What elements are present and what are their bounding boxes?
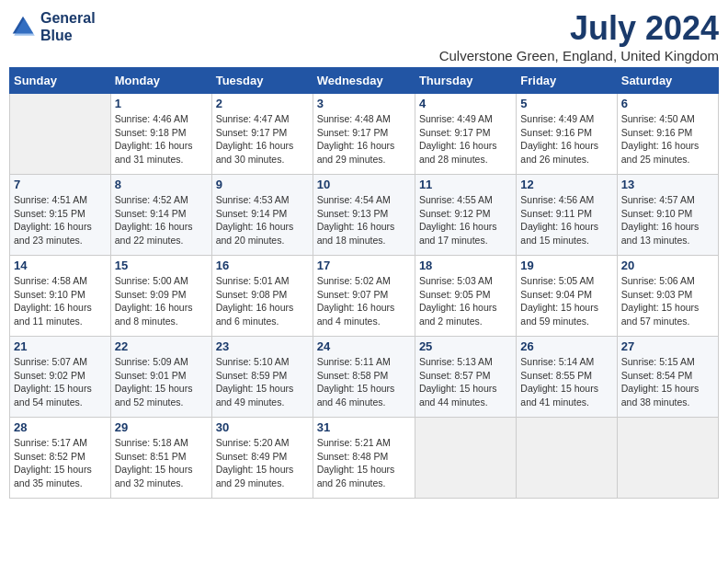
day-number: 10 (317, 178, 411, 191)
day-cell: 13Sunrise: 4:57 AMSunset: 9:10 PMDayligh… (617, 175, 718, 256)
day-cell: 5Sunrise: 4:49 AMSunset: 9:16 PMDaylight… (517, 94, 617, 175)
page-header: General Blue July 2024 Culverstone Green… (9, 9, 719, 63)
day-cell: 28Sunrise: 5:17 AMSunset: 8:52 PMDayligh… (10, 418, 111, 499)
day-info: Sunrise: 4:49 AMSunset: 9:16 PMDaylight:… (520, 112, 612, 167)
day-info: Sunrise: 4:52 AMSunset: 9:14 PMDaylight:… (115, 193, 208, 247)
day-cell: 10Sunrise: 4:54 AMSunset: 9:13 PMDayligh… (313, 175, 415, 256)
day-cell: 16Sunrise: 5:01 AMSunset: 9:08 PMDayligh… (211, 256, 313, 337)
day-number: 7 (14, 178, 107, 191)
day-cell: 26Sunrise: 5:14 AMSunset: 8:55 PMDayligh… (517, 337, 617, 418)
day-info: Sunrise: 5:09 AMSunset: 9:01 PMDaylight:… (115, 355, 208, 409)
day-number: 11 (419, 178, 512, 191)
day-info: Sunrise: 4:49 AMSunset: 9:17 PMDaylight:… (419, 112, 512, 167)
day-cell: 4Sunrise: 4:49 AMSunset: 9:17 PMDaylight… (415, 94, 516, 175)
day-info: Sunrise: 5:13 AMSunset: 8:57 PMDaylight:… (419, 355, 512, 409)
logo: General Blue (9, 9, 96, 44)
day-cell: 27Sunrise: 5:15 AMSunset: 8:54 PMDayligh… (617, 337, 718, 418)
day-number: 20 (621, 259, 714, 272)
calendar-table: SundayMondayTuesdayWednesdayThursdayFrid… (9, 67, 719, 499)
day-number: 29 (115, 420, 208, 434)
logo-text: General Blue (40, 9, 96, 44)
day-cell: 29Sunrise: 5:18 AMSunset: 8:51 PMDayligh… (110, 418, 211, 499)
day-cell: 14Sunrise: 4:58 AMSunset: 9:10 PMDayligh… (10, 256, 111, 337)
day-info: Sunrise: 5:21 AMSunset: 8:48 PMDaylight:… (317, 436, 411, 490)
day-number: 8 (115, 178, 208, 191)
day-cell: 3Sunrise: 4:48 AMSunset: 9:17 PMDaylight… (313, 94, 415, 175)
day-info: Sunrise: 5:05 AMSunset: 9:04 PMDaylight:… (520, 274, 612, 328)
day-info: Sunrise: 4:46 AMSunset: 9:18 PMDaylight:… (115, 112, 208, 167)
day-cell: 23Sunrise: 5:10 AMSunset: 8:59 PMDayligh… (211, 337, 313, 418)
day-cell: 6Sunrise: 4:50 AMSunset: 9:16 PMDaylight… (617, 94, 718, 175)
day-info: Sunrise: 5:17 AMSunset: 8:52 PMDaylight:… (14, 436, 107, 490)
day-number: 9 (216, 178, 309, 191)
day-number: 25 (419, 339, 512, 353)
day-cell: 1Sunrise: 4:46 AMSunset: 9:18 PMDaylight… (110, 94, 211, 175)
day-number: 16 (216, 259, 309, 272)
day-cell: 20Sunrise: 5:06 AMSunset: 9:03 PMDayligh… (617, 256, 718, 337)
column-header-saturday: Saturday (617, 68, 718, 94)
day-number: 23 (216, 339, 309, 353)
day-cell (415, 418, 516, 499)
column-header-tuesday: Tuesday (211, 68, 313, 94)
day-info: Sunrise: 4:50 AMSunset: 9:16 PMDaylight:… (621, 112, 714, 167)
day-cell: 17Sunrise: 5:02 AMSunset: 9:07 PMDayligh… (313, 256, 415, 337)
week-row-4: 21Sunrise: 5:07 AMSunset: 9:02 PMDayligh… (10, 337, 719, 418)
day-number: 17 (317, 259, 411, 272)
week-row-5: 28Sunrise: 5:17 AMSunset: 8:52 PMDayligh… (10, 418, 719, 499)
day-number: 12 (520, 178, 612, 191)
day-number: 14 (14, 259, 107, 272)
day-number: 3 (317, 97, 411, 110)
day-info: Sunrise: 5:14 AMSunset: 8:55 PMDaylight:… (520, 355, 612, 409)
day-number: 4 (419, 97, 512, 110)
column-header-sunday: Sunday (10, 68, 111, 94)
day-number: 28 (14, 420, 107, 434)
day-cell (617, 418, 718, 499)
day-cell: 7Sunrise: 4:51 AMSunset: 9:15 PMDaylight… (10, 175, 111, 256)
day-cell: 18Sunrise: 5:03 AMSunset: 9:05 PMDayligh… (415, 256, 516, 337)
day-number: 2 (216, 97, 309, 110)
column-header-friday: Friday (517, 68, 617, 94)
day-info: Sunrise: 5:06 AMSunset: 9:03 PMDaylight:… (621, 274, 714, 328)
day-number: 6 (621, 97, 714, 110)
day-cell: 8Sunrise: 4:52 AMSunset: 9:14 PMDaylight… (110, 175, 211, 256)
day-info: Sunrise: 4:51 AMSunset: 9:15 PMDaylight:… (14, 193, 107, 247)
day-number: 27 (621, 339, 714, 353)
day-cell: 25Sunrise: 5:13 AMSunset: 8:57 PMDayligh… (415, 337, 516, 418)
column-header-wednesday: Wednesday (313, 68, 415, 94)
day-info: Sunrise: 5:00 AMSunset: 9:09 PMDaylight:… (115, 274, 208, 328)
day-info: Sunrise: 4:58 AMSunset: 9:10 PMDaylight:… (14, 274, 107, 328)
location-title: Culverstone Green, England, United Kingd… (439, 48, 719, 63)
day-number: 1 (115, 97, 208, 110)
day-info: Sunrise: 4:57 AMSunset: 9:10 PMDaylight:… (621, 193, 714, 247)
day-cell: 15Sunrise: 5:00 AMSunset: 9:09 PMDayligh… (110, 256, 211, 337)
day-cell: 21Sunrise: 5:07 AMSunset: 9:02 PMDayligh… (10, 337, 111, 418)
day-number: 21 (14, 339, 107, 353)
day-info: Sunrise: 5:20 AMSunset: 8:49 PMDaylight:… (216, 436, 309, 490)
day-info: Sunrise: 4:54 AMSunset: 9:13 PMDaylight:… (317, 193, 411, 247)
day-number: 24 (317, 339, 411, 353)
day-info: Sunrise: 5:03 AMSunset: 9:05 PMDaylight:… (419, 274, 512, 328)
logo-icon (9, 13, 37, 40)
day-cell: 31Sunrise: 5:21 AMSunset: 8:48 PMDayligh… (313, 418, 415, 499)
day-number: 31 (317, 420, 411, 434)
day-info: Sunrise: 4:48 AMSunset: 9:17 PMDaylight:… (317, 112, 411, 167)
day-number: 15 (115, 259, 208, 272)
day-info: Sunrise: 5:15 AMSunset: 8:54 PMDaylight:… (621, 355, 714, 409)
day-number: 13 (621, 178, 714, 191)
day-cell: 19Sunrise: 5:05 AMSunset: 9:04 PMDayligh… (517, 256, 617, 337)
header-row: SundayMondayTuesdayWednesdayThursdayFrid… (10, 68, 719, 94)
day-cell: 12Sunrise: 4:56 AMSunset: 9:11 PMDayligh… (517, 175, 617, 256)
day-info: Sunrise: 4:47 AMSunset: 9:17 PMDaylight:… (216, 112, 309, 167)
day-cell: 24Sunrise: 5:11 AMSunset: 8:58 PMDayligh… (313, 337, 415, 418)
day-number: 18 (419, 259, 512, 272)
day-cell (10, 94, 111, 175)
day-info: Sunrise: 5:07 AMSunset: 9:02 PMDaylight:… (14, 355, 107, 409)
day-info: Sunrise: 4:55 AMSunset: 9:12 PMDaylight:… (419, 193, 512, 247)
day-number: 30 (216, 420, 309, 434)
day-number: 19 (520, 259, 612, 272)
column-header-monday: Monday (110, 68, 211, 94)
day-cell: 22Sunrise: 5:09 AMSunset: 9:01 PMDayligh… (110, 337, 211, 418)
day-info: Sunrise: 5:01 AMSunset: 9:08 PMDaylight:… (216, 274, 309, 328)
day-info: Sunrise: 5:02 AMSunset: 9:07 PMDaylight:… (317, 274, 411, 328)
day-info: Sunrise: 5:18 AMSunset: 8:51 PMDaylight:… (115, 436, 208, 490)
